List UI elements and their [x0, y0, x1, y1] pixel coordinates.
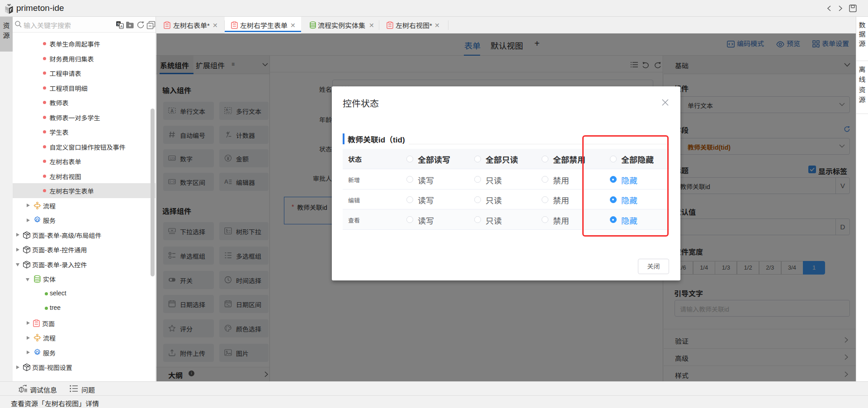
svg-text:A: A [120, 24, 123, 28]
